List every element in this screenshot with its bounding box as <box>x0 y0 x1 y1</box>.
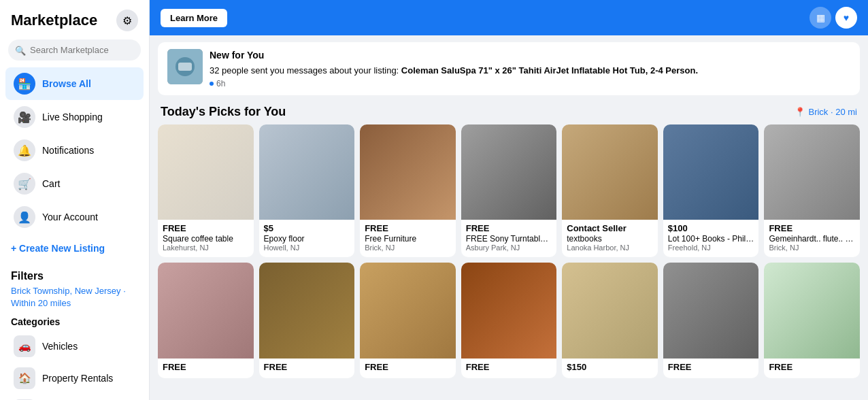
item-image <box>663 263 759 359</box>
item-card[interactable]: $100 Lot 100+ Books - Philosophy, LGBQ, … <box>663 124 759 258</box>
item-card[interactable]: FREE <box>764 263 860 378</box>
item-price: FREE <box>163 362 249 372</box>
svg-rect-2 <box>178 63 192 71</box>
item-info: FREE FREE Sony Turntable works WITH NEED… <box>461 220 557 257</box>
notification-text: New for You 32 people sent you messages … <box>210 49 698 77</box>
item-card[interactable]: FREE <box>259 263 355 378</box>
nav-icon-notifications: 🔔 <box>14 139 35 161</box>
item-image <box>562 263 658 359</box>
item-price: $5 <box>264 223 350 233</box>
item-price: FREE <box>668 362 754 372</box>
grid-icon: ▦ <box>816 12 825 23</box>
item-price: $150 <box>567 362 653 372</box>
location-pin-icon: 📍 <box>795 107 805 117</box>
search-icon: 🔍 <box>15 45 26 55</box>
item-card[interactable]: FREE FREE Sony Turntable works WITH NEED… <box>461 124 557 258</box>
location-label: Brick · 20 mi <box>808 107 857 117</box>
category-label-vehicles: Vehicles <box>42 341 78 352</box>
item-info: FREE <box>158 359 254 378</box>
item-location: Freehold, NJ <box>668 244 754 252</box>
item-location: Brick, NJ <box>365 244 451 252</box>
item-price: FREE <box>466 223 552 233</box>
notification-content: New for You 32 people sent you messages … <box>210 49 698 88</box>
nav-icon-browse-all: 🏪 <box>14 73 35 95</box>
create-listing-button[interactable]: + Create New Listing <box>5 237 110 259</box>
filters-section-label: Filters <box>0 263 149 285</box>
item-card[interactable]: Contact Seller textbooks Lanoka Harbor, … <box>562 124 658 258</box>
item-info: FREE Free Furniture Brick, NJ <box>360 220 456 257</box>
item-price: $100 <box>668 223 754 233</box>
learn-more-button[interactable]: Learn More <box>161 9 227 27</box>
nav-label-cart: Cart <box>42 178 60 189</box>
category-icon-property-rentals: 🏠 <box>14 367 35 389</box>
unread-dot <box>210 82 214 86</box>
item-name: Epoxy floor <box>264 234 350 244</box>
item-card[interactable]: FREE Square coffee table Lakehurst, NJ <box>158 124 254 258</box>
item-image <box>562 124 658 220</box>
item-image <box>360 124 456 220</box>
item-price: FREE <box>365 223 451 233</box>
nav-label-browse-all: Browse All <box>42 78 91 89</box>
section-header: Today's Picks for You 📍 Brick · 20 mi <box>150 101 868 124</box>
category-item-property-rentals[interactable]: 🏠 Property Rentals <box>5 363 144 394</box>
item-image <box>461 124 557 220</box>
item-price: Contact Seller <box>567 223 653 233</box>
new-for-you-label: New for You <box>210 49 698 63</box>
sidebar-item-cart[interactable]: 🛒 Cart <box>5 167 144 200</box>
item-card[interactable]: FREE <box>158 263 254 378</box>
section-location[interactable]: 📍 Brick · 20 mi <box>795 107 857 117</box>
item-image <box>259 263 355 359</box>
item-name: FREE Sony Turntable works WITH NEEDLE <box>466 234 552 244</box>
filter-location-text[interactable]: Brick Township, New Jersey · Within 20 m… <box>0 285 149 310</box>
gear-button[interactable]: ⚙ <box>116 10 138 31</box>
nav-icon-cart: 🛒 <box>14 173 35 195</box>
item-info: Contact Seller textbooks Lanoka Harbor, … <box>562 220 658 257</box>
item-card[interactable]: FREE <box>663 263 759 378</box>
item-card[interactable]: $150 <box>562 263 658 378</box>
item-image <box>158 263 254 359</box>
items-grid-row1: FREE Square coffee table Lakehurst, NJ $… <box>150 124 868 263</box>
sidebar-item-live-shopping[interactable]: 🎥 Live Shopping <box>5 101 144 133</box>
item-card[interactable]: FREE Gemeinhardt.. flute.. make me an of… <box>764 124 860 258</box>
item-card[interactable]: FREE <box>360 263 456 378</box>
item-image <box>158 124 254 220</box>
heart-icon: ♥ <box>844 12 849 23</box>
sidebar-item-your-account[interactable]: 👤 Your Account <box>5 201 144 233</box>
item-image <box>764 263 860 359</box>
banner-grid-button[interactable]: ▦ <box>809 7 831 29</box>
category-label-property-rentals: Property Rentals <box>42 373 113 384</box>
item-info: $100 Lot 100+ Books - Philosophy, LGBQ, … <box>663 220 759 257</box>
item-price: FREE <box>769 223 855 233</box>
item-price: FREE <box>163 223 249 233</box>
notification-listing-name: Coleman SaluSpa 71" x 26" Tahiti AirJet … <box>401 65 698 76</box>
nav-label-notifications: Notifications <box>42 145 94 156</box>
item-name: Lot 100+ Books - Philosophy, LGBQ, Healt… <box>668 234 754 244</box>
sidebar-item-browse-all[interactable]: 🏪 Browse All <box>5 67 144 100</box>
item-name: textbooks <box>567 234 653 244</box>
category-icon-vehicles: 🚗 <box>14 335 35 357</box>
item-info: FREE <box>663 359 759 378</box>
item-location: Lanoka Harbor, NJ <box>567 244 653 252</box>
item-name: Free Furniture <box>365 234 451 244</box>
item-image <box>360 263 456 359</box>
notification-time: 6h <box>210 79 698 88</box>
item-card[interactable]: $5 Epoxy floor Howell, NJ <box>259 124 355 258</box>
item-image <box>663 124 759 220</box>
category-item-apparel[interactable]: 👕 Apparel <box>5 395 144 400</box>
banner-heart-button[interactable]: ♥ <box>835 7 857 29</box>
notification-timestamp: 6h <box>216 79 225 88</box>
item-info: FREE <box>360 359 456 378</box>
item-card[interactable]: FREE <box>461 263 557 378</box>
search-input[interactable] <box>8 39 141 61</box>
item-info: FREE Square coffee table Lakehurst, NJ <box>158 220 254 257</box>
item-location: Brick, NJ <box>769 244 855 252</box>
item-info: FREE Gemeinhardt.. flute.. make me an of… <box>764 220 860 257</box>
item-location: Asbury Park, NJ <box>466 244 552 252</box>
sidebar-item-notifications[interactable]: 🔔 Notifications <box>5 134 144 167</box>
category-item-vehicles[interactable]: 🚗 Vehicles <box>5 331 144 362</box>
item-info: FREE <box>764 359 860 378</box>
gear-icon: ⚙ <box>122 14 132 27</box>
item-card[interactable]: FREE Free Furniture Brick, NJ <box>360 124 456 258</box>
banner-icons: ▦ ♥ <box>809 7 857 29</box>
item-price: FREE <box>264 362 350 372</box>
